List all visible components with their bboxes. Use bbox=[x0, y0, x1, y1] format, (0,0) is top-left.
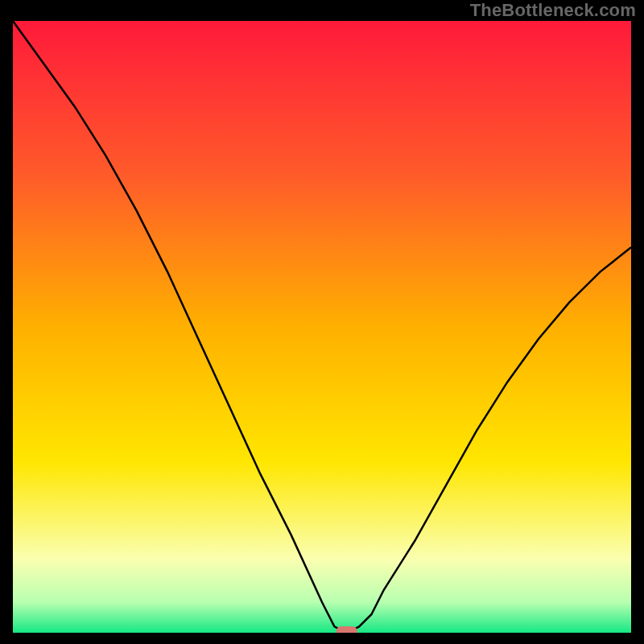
minimum-marker bbox=[336, 626, 357, 633]
bottleneck-chart bbox=[13, 21, 631, 633]
plot-area bbox=[13, 21, 631, 633]
watermark-text: TheBottleneck.com bbox=[470, 0, 636, 21]
gradient-background bbox=[13, 21, 631, 633]
chart-frame: TheBottleneck.com bbox=[0, 0, 644, 644]
